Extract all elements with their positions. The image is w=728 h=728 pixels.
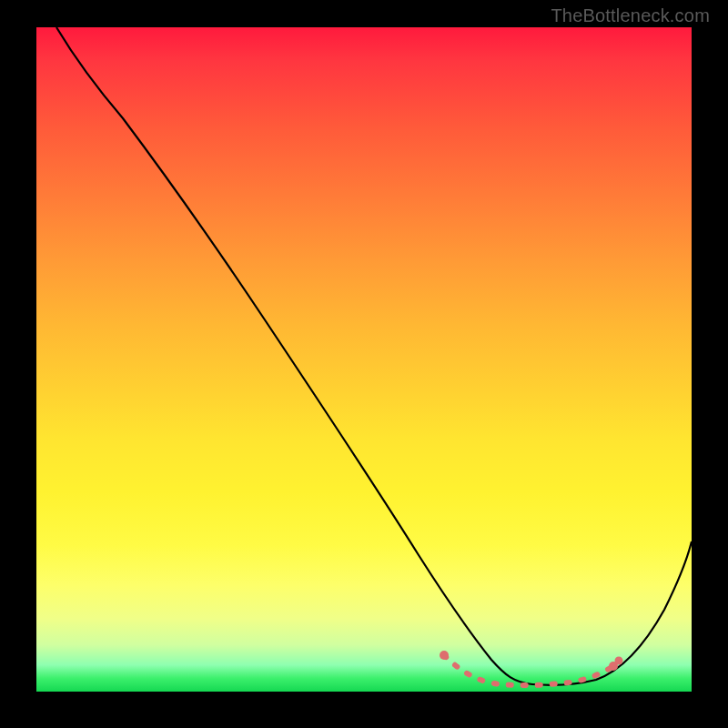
optimal-range-extra-dot [615, 657, 623, 665]
optimal-range-start-dot [440, 651, 449, 660]
chart-svg [36, 27, 692, 692]
attribution-text: TheBottleneck.com [551, 5, 710, 26]
plot-area [36, 27, 692, 692]
bottleneck-curve [56, 27, 692, 685]
